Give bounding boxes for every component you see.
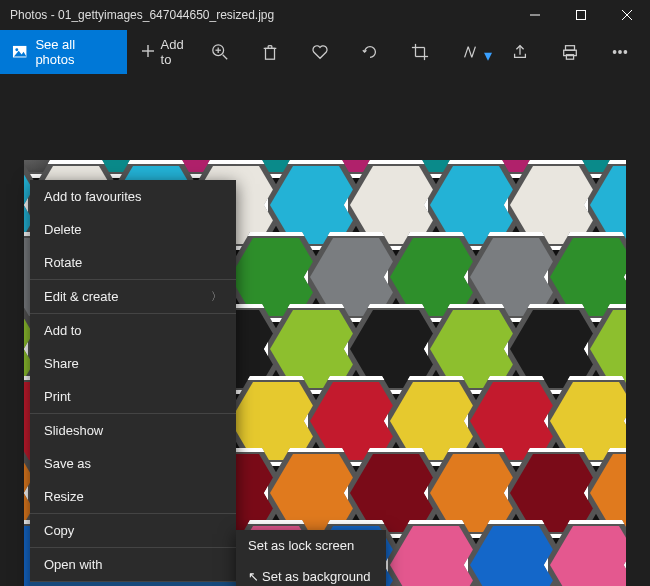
svg-point-5 [15, 49, 18, 52]
submenu-item-lock-screen[interactable]: Set as lock screen [236, 530, 386, 561]
file-name: 01_gettyimages_647044650_resized.jpg [58, 8, 274, 22]
cursor-icon: ↖ [248, 569, 258, 584]
see-all-photos-button[interactable]: See all photos [0, 30, 127, 74]
svg-point-25 [613, 51, 616, 54]
add-to-button[interactable]: Add to [127, 30, 210, 74]
minimize-button[interactable] [512, 0, 558, 30]
menu-item-edit-create[interactable]: Edit & create〉 [30, 280, 236, 314]
toolbar-icons: ▾ [210, 42, 650, 62]
chevron-down-icon: ▾ [484, 46, 492, 65]
context-menu: Add to favourites Delete Rotate Edit & c… [30, 180, 236, 586]
favourite-icon[interactable] [310, 42, 330, 62]
menu-item-copy[interactable]: Copy [30, 514, 236, 548]
maximize-button[interactable] [558, 0, 604, 30]
menu-item-open-with[interactable]: Open with [30, 548, 236, 582]
close-button[interactable] [604, 0, 650, 30]
menu-item-share[interactable]: Share [30, 347, 236, 380]
svg-rect-22 [566, 46, 575, 51]
window-controls [512, 0, 650, 30]
svg-point-26 [619, 51, 622, 54]
svg-rect-1 [577, 11, 586, 20]
crop-icon[interactable] [410, 42, 430, 62]
photo-icon [12, 44, 27, 60]
menu-item-rotate[interactable]: Rotate [30, 246, 236, 280]
add-to-label: Add to [161, 37, 196, 67]
menu-item-add-to[interactable]: Add to [30, 314, 236, 347]
titlebar: Photos - 01_gettyimages_647044650_resize… [0, 0, 650, 30]
set-as-submenu: Set as lock screen ↖Set as background [236, 530, 386, 586]
menu-item-slideshow[interactable]: Slideshow [30, 414, 236, 447]
chevron-right-icon: 〉 [211, 289, 222, 304]
plus-icon [141, 44, 155, 61]
see-all-label: See all photos [35, 37, 114, 67]
svg-point-27 [624, 51, 627, 54]
print-icon[interactable] [560, 42, 580, 62]
menu-item-save-as[interactable]: Save as [30, 447, 236, 480]
submenu-item-background[interactable]: ↖Set as background [236, 561, 386, 586]
app-name: Photos [10, 8, 47, 22]
menu-item-resize[interactable]: Resize [30, 480, 236, 514]
more-icon[interactable] [610, 42, 630, 62]
menu-item-add-favourites[interactable]: Add to favourites [30, 180, 236, 213]
rotate-icon[interactable] [360, 42, 380, 62]
menu-item-delete[interactable]: Delete [30, 213, 236, 246]
menu-item-set-as[interactable]: Set as〉 [30, 582, 236, 586]
share-icon[interactable] [510, 42, 530, 62]
menu-item-print[interactable]: Print [30, 380, 236, 414]
draw-icon[interactable]: ▾ [460, 42, 480, 62]
svg-line-9 [223, 55, 228, 60]
svg-rect-12 [266, 48, 275, 59]
toolbar: See all photos Add to ▾ [0, 30, 650, 74]
delete-icon[interactable] [260, 42, 280, 62]
zoom-icon[interactable] [210, 42, 230, 62]
window-title: Photos - 01_gettyimages_647044650_resize… [10, 8, 512, 22]
